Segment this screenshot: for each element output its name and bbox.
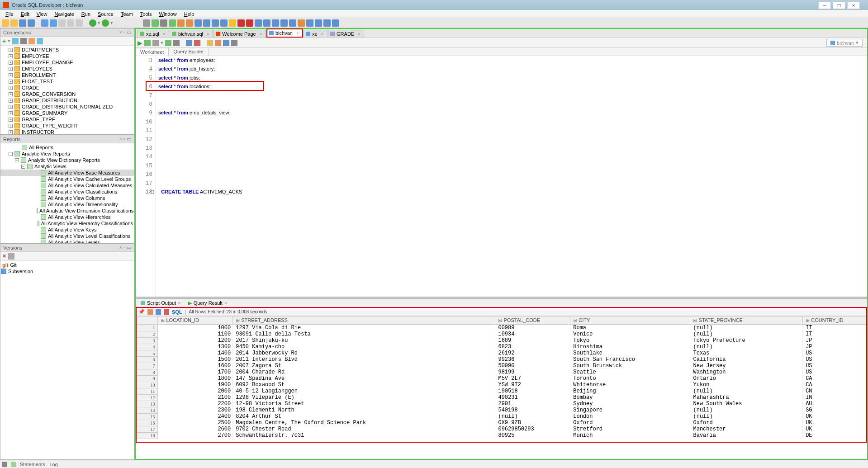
tool17-icon[interactable] — [315, 19, 322, 27]
table-employee_change[interactable]: + EMPLOYEE_CHANGE — [0, 59, 134, 66]
git-node[interactable]: Git — [10, 262, 16, 268]
table-row[interactable]: 110001297 Via Cola di Rie00989Roma(null)… — [137, 325, 866, 331]
undo-icon[interactable] — [41, 19, 48, 27]
panel-controls[interactable]: × ▫ ▭ — [119, 29, 131, 35]
menu-window[interactable]: Window — [155, 11, 180, 17]
table-row[interactable]: 615002011 Interiors Blvd99236South San F… — [137, 356, 866, 363]
table-row[interactable]: 11200040-5-12 Laogianggen190518Beijing(n… — [137, 388, 866, 394]
table-grade_distribution[interactable]: + GRADE_DISTRIBUTION — [0, 97, 134, 104]
table-row[interactable]: 1221001298 Vileparle (E)490231BombayMaha… — [137, 394, 866, 401]
sql-label[interactable]: SQL — [172, 309, 182, 315]
tool10-icon[interactable] — [255, 19, 262, 27]
menu-team[interactable]: Team — [117, 11, 137, 17]
tool15-icon[interactable] — [298, 19, 305, 27]
tool12-icon[interactable] — [272, 19, 279, 27]
tool2-icon[interactable] — [169, 19, 176, 27]
table-grade_conversion[interactable]: + GRADE_CONVERSION — [0, 91, 134, 97]
report-node[interactable]: All Analytic View Classifications — [0, 189, 134, 195]
report-node[interactable]: All Analytic View Dimensionality — [0, 201, 134, 208]
tool-icon[interactable] — [160, 19, 167, 27]
tool3-icon[interactable] — [223, 40, 229, 46]
tool-icon[interactable] — [147, 309, 153, 315]
pin-icon[interactable]: 📌 — [138, 309, 145, 315]
table-departments[interactable]: + DEPARTMENTS — [0, 47, 134, 53]
tool16-icon[interactable] — [306, 19, 313, 27]
run-script-icon[interactable] — [144, 40, 151, 46]
new-icon[interactable] — [2, 19, 9, 27]
menu-run[interactable]: Run — [78, 11, 94, 17]
tab-welcome-page[interactable]: Welcome Page× — [213, 30, 266, 38]
clear-icon[interactable] — [215, 40, 221, 46]
table-row[interactable]: 162500Magdalen Centre, The Oxford Scienc… — [137, 420, 866, 426]
menu-tools[interactable]: Tools — [137, 11, 156, 17]
copy-icon[interactable] — [67, 19, 74, 27]
report-node[interactable]: All Analytic View Calculated Measures — [0, 182, 134, 189]
table-row[interactable]: 1726009702 Chester Road09629850293Stretf… — [137, 426, 866, 432]
col-state_province[interactable]: ⊞ STATE_PROVINCE — [690, 317, 803, 325]
report-node[interactable]: All Analytic View Hierarchies — [0, 214, 134, 220]
table-float_test[interactable]: + FLOAT_TEST — [0, 78, 134, 85]
tool-icon[interactable] — [8, 253, 14, 260]
close-button[interactable]: ✕ — [847, 2, 860, 9]
stop-icon[interactable] — [237, 19, 245, 27]
table-row[interactable]: 1019006092 Boxwood StYSW 9T2WhitehorseYu… — [137, 382, 866, 388]
forward-icon[interactable] — [102, 19, 109, 27]
statements-log-tab[interactable]: Statements - Log — [20, 462, 58, 467]
report-node[interactable]: − Analytic View Reports — [0, 151, 134, 157]
tool14-icon[interactable] — [289, 19, 296, 27]
svn-node[interactable]: Subversion — [8, 269, 33, 274]
col-street_address[interactable]: ⊞ STREET_ADDRESS — [233, 317, 495, 325]
report-node[interactable]: All Analytic View Level Classifications — [0, 233, 134, 239]
tool5-icon[interactable] — [194, 19, 202, 27]
connection-selector[interactable]: bichvan ▾ — [826, 39, 863, 47]
arrow-left-icon[interactable] — [323, 19, 331, 27]
col-postal_code[interactable]: ⊞ POSTAL_CODE — [495, 317, 570, 325]
menu-navigate[interactable]: Navigate — [51, 11, 77, 17]
tab-grade[interactable]: GRADE× — [328, 30, 364, 38]
col-location_id[interactable]: ⊞ LOCATION_ID — [158, 317, 233, 325]
paste-icon[interactable] — [76, 19, 83, 27]
tab-bichvan-sql[interactable]: bichvan.sql× — [170, 30, 213, 38]
run-icon[interactable] — [152, 19, 159, 27]
save-all-icon[interactable] — [28, 19, 35, 27]
filter-icon[interactable] — [20, 38, 27, 44]
table-employees[interactable]: + EMPLOYEES — [0, 66, 134, 72]
back-icon[interactable] — [89, 19, 96, 27]
table-grade[interactable]: + GRADE — [0, 85, 134, 91]
menu-help[interactable]: Help — [180, 11, 198, 17]
table-enrollment[interactable]: + ENROLLMENT — [0, 72, 134, 78]
table-row[interactable]: 312002017 Shinjuku-ku1689TokyoTokyo Pref… — [137, 337, 866, 344]
table-row[interactable]: 182700Schwanthalerstr. 703180925MunichBa… — [137, 432, 866, 439]
table-row[interactable]: 142300198 Clementi North540198Singapore(… — [137, 407, 866, 413]
tool8-icon[interactable] — [220, 19, 228, 27]
run-statement-icon[interactable]: ▶ — [138, 39, 142, 47]
tool3-icon[interactable] — [164, 309, 169, 315]
col-country_id[interactable]: ⊞ COUNTRY_ID — [803, 317, 866, 325]
cut-icon[interactable] — [58, 19, 66, 27]
result-grid[interactable]: ⊞ LOCATION_ID⊞ STREET_ADDRESS⊞ POSTAL_CO… — [137, 316, 866, 442]
table-grade_summary[interactable]: + GRADE_SUMMARY — [0, 110, 134, 116]
save-icon[interactable] — [19, 19, 26, 27]
worksheet-tab[interactable]: Worksheet — [136, 48, 169, 56]
report-node[interactable]: All Analytic View Base Measures — [0, 170, 134, 176]
query-result-tab[interactable]: ▶ Query Result× — [185, 299, 231, 307]
table-grade_type[interactable]: + GRADE_TYPE — [0, 116, 134, 123]
table-row[interactable]: 13220012-98 Victoria Street2901SydneyNew… — [137, 401, 866, 407]
tool9-icon[interactable] — [229, 19, 236, 27]
tool4-icon[interactable] — [186, 19, 193, 27]
tab-xe[interactable]: xe× — [304, 30, 327, 38]
tool2-icon[interactable] — [37, 38, 43, 44]
report-node[interactable]: All Analytic View Cache Level Groups — [0, 176, 134, 182]
tool7-icon[interactable] — [212, 19, 219, 27]
report-node[interactable]: All Analytic View Keys — [0, 227, 134, 233]
tool4-icon[interactable] — [231, 40, 237, 46]
add-connection-icon[interactable]: + — [2, 38, 6, 45]
report-node[interactable]: All Analytic View Dimension Classificati… — [0, 208, 134, 214]
report-node[interactable]: All Analytic View Levels — [0, 239, 134, 243]
menu-view[interactable]: View — [33, 11, 51, 17]
table-row[interactable]: 514002014 Jabberwocky Rd26192SouthlakeTe… — [137, 350, 866, 356]
table-grade_distribution_normalized[interactable]: + GRADE_DISTRIBUTION_NORMALIZED — [0, 104, 134, 110]
tool2-icon[interactable] — [207, 40, 213, 46]
maximize-button[interactable]: □ — [833, 2, 845, 9]
tool3-icon[interactable] — [177, 19, 185, 27]
